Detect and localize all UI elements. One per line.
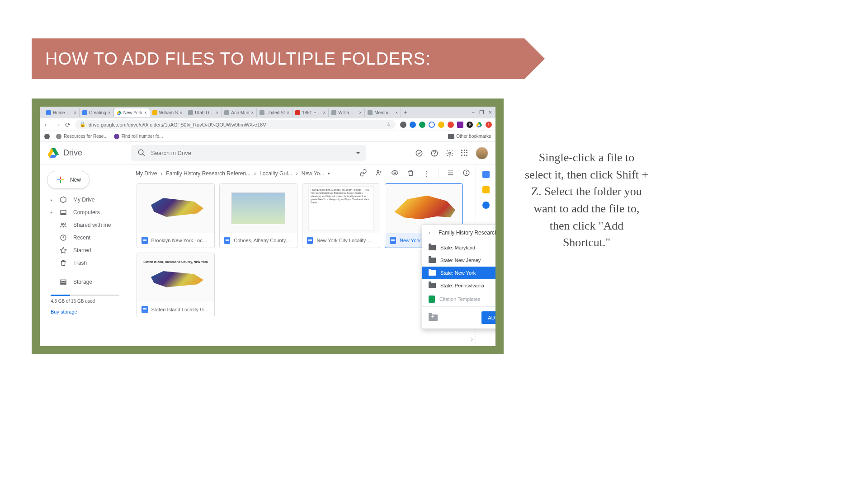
nav-trash[interactable]: Trash bbox=[42, 257, 127, 269]
browser-tab[interactable]: 1861 Eng× bbox=[292, 108, 329, 117]
info-icon[interactable] bbox=[462, 169, 470, 178]
favicon-icon bbox=[188, 110, 193, 115]
reload-icon[interactable]: ⟳ bbox=[65, 121, 71, 128]
breadcrumb-item[interactable]: New Yo... bbox=[302, 170, 325, 177]
sheets-icon bbox=[429, 296, 435, 303]
delete-icon[interactable] bbox=[407, 169, 415, 178]
browser-tab[interactable]: Memories× bbox=[365, 108, 401, 117]
close-icon[interactable]: × bbox=[179, 110, 182, 115]
more-icon[interactable]: ⋮ bbox=[423, 169, 430, 178]
picker-sheets-item[interactable]: Citation Templates bbox=[422, 292, 495, 306]
chevron-down-icon[interactable]: ▾ bbox=[328, 171, 330, 176]
search-box[interactable] bbox=[131, 145, 366, 161]
close-icon[interactable]: × bbox=[216, 110, 218, 115]
extension-icon[interactable] bbox=[400, 122, 406, 128]
close-icon[interactable]: × bbox=[144, 110, 147, 115]
new-button[interactable]: New bbox=[47, 171, 90, 189]
browser-tab[interactable]: Ann Mun× bbox=[222, 108, 257, 117]
file-card[interactable]: Finding Aid for Birth, Marriage, and Dea… bbox=[302, 183, 380, 248]
settings-icon[interactable] bbox=[446, 149, 454, 157]
browser-tab[interactable]: Creating× bbox=[80, 108, 114, 117]
browser-tab[interactable]: Home - C× bbox=[43, 108, 80, 117]
picker-folder-item[interactable]: State: New Jersey bbox=[422, 254, 495, 267]
breadcrumb-item[interactable]: Locality Gui... bbox=[259, 170, 292, 177]
scroll-chevron-icon[interactable]: › bbox=[471, 336, 473, 343]
picker-folder-item[interactable]: State: Pennsylvania bbox=[422, 279, 495, 292]
drive-favicon-icon bbox=[117, 110, 122, 115]
google-apps-icon[interactable] bbox=[461, 150, 468, 157]
chevron-right-icon: ▸ bbox=[51, 198, 53, 202]
bookmark-item[interactable]: Find roll number fo... bbox=[114, 134, 163, 139]
breadcrumb-item[interactable]: My Drive bbox=[136, 170, 157, 177]
file-card[interactable]: Staten Island, Richmond County, New York… bbox=[137, 253, 215, 317]
list-view-icon[interactable] bbox=[447, 169, 454, 178]
picker-folder-item[interactable]: State: Maryland bbox=[422, 241, 495, 254]
breadcrumb-item[interactable]: Family History Research Referen... bbox=[166, 170, 250, 177]
close-icon[interactable]: × bbox=[359, 110, 362, 115]
file-thumbnail bbox=[220, 184, 297, 233]
browser-tab[interactable]: United St× bbox=[257, 108, 292, 117]
drive-extension-icon[interactable] bbox=[476, 122, 482, 128]
extension-icon[interactable] bbox=[448, 122, 454, 128]
alert-icon[interactable]: ! bbox=[486, 122, 492, 128]
file-card[interactable]: Cohoes, Albany County, N... bbox=[219, 183, 297, 248]
browser-tab-active[interactable]: New York× bbox=[114, 108, 150, 117]
close-icon[interactable]: × bbox=[287, 110, 289, 115]
close-icon[interactable]: × bbox=[251, 110, 254, 115]
url-input[interactable]: 🔒 drive.google.com/drive/u/0/folders/1oA… bbox=[75, 120, 396, 129]
buy-storage-link[interactable]: Buy storage bbox=[51, 309, 119, 314]
support-icon[interactable] bbox=[430, 149, 439, 157]
minimize-icon[interactable]: − bbox=[472, 109, 475, 116]
search-input[interactable] bbox=[151, 150, 351, 156]
close-icon[interactable]: × bbox=[108, 110, 111, 115]
new-folder-icon[interactable] bbox=[429, 314, 438, 321]
bookmark-item[interactable]: Resources for Rese... bbox=[56, 134, 108, 139]
preview-icon[interactable] bbox=[391, 169, 399, 178]
storage-icon bbox=[60, 278, 67, 286]
keep-icon[interactable] bbox=[482, 186, 490, 193]
new-tab-button[interactable]: + bbox=[401, 109, 410, 116]
drive-header: Drive bbox=[40, 142, 495, 164]
forward-icon[interactable]: → bbox=[54, 121, 61, 128]
bookmark-item[interactable] bbox=[44, 134, 50, 139]
docs-icon bbox=[307, 237, 313, 244]
close-window-icon[interactable]: × bbox=[489, 109, 492, 116]
drive-logo[interactable]: Drive bbox=[47, 147, 124, 159]
star-icon bbox=[60, 247, 67, 254]
back-icon[interactable]: ← bbox=[43, 121, 50, 128]
nav-shared[interactable]: Shared with me bbox=[42, 219, 127, 231]
search-options-icon[interactable] bbox=[356, 152, 360, 154]
nav-my-drive[interactable]: ▸My Drive bbox=[42, 193, 127, 206]
back-icon[interactable]: ← bbox=[428, 229, 434, 236]
close-icon[interactable]: × bbox=[74, 110, 76, 115]
extension-icon[interactable] bbox=[438, 122, 444, 128]
extension-icon[interactable]: 9 bbox=[467, 122, 473, 128]
get-link-icon[interactable] bbox=[359, 169, 367, 178]
maximize-icon[interactable]: ❐ bbox=[479, 109, 484, 116]
star-icon[interactable]: ☆ bbox=[387, 122, 391, 127]
browser-tab[interactable]: William M× bbox=[329, 108, 365, 117]
file-card[interactable]: Brooklyn New York Locali... bbox=[137, 183, 215, 248]
extension-icon[interactable] bbox=[410, 122, 416, 128]
nav-recent[interactable]: Recent bbox=[42, 231, 127, 244]
address-bar: ← → ⟳ 🔒 drive.google.com/drive/u/0/folde… bbox=[40, 118, 495, 131]
account-avatar[interactable] bbox=[476, 147, 488, 160]
calendar-icon[interactable] bbox=[482, 171, 490, 178]
close-icon[interactable]: × bbox=[395, 110, 398, 115]
nav-storage[interactable]: Storage bbox=[42, 276, 127, 288]
picker-folder-item-selected[interactable]: State: New York› bbox=[422, 267, 495, 279]
svg-point-13 bbox=[377, 171, 379, 173]
extension-icon[interactable] bbox=[429, 122, 435, 128]
browser-tab[interactable]: William S× bbox=[150, 108, 186, 117]
nav-computers[interactable]: ▸Computers bbox=[42, 206, 127, 219]
extension-icon[interactable] bbox=[419, 122, 425, 128]
share-icon[interactable] bbox=[375, 169, 383, 178]
other-bookmarks[interactable]: Other bookmarks bbox=[448, 134, 491, 139]
tasks-icon[interactable] bbox=[482, 202, 490, 209]
browser-tab[interactable]: Utah Dea× bbox=[185, 108, 222, 117]
nav-starred[interactable]: Starred bbox=[42, 244, 127, 257]
ready-offline-icon[interactable] bbox=[415, 149, 423, 157]
close-icon[interactable]: × bbox=[323, 110, 326, 115]
add-shortcut-button[interactable]: ADD SHORTCUT bbox=[481, 311, 495, 324]
extension-icon[interactable] bbox=[457, 122, 463, 128]
